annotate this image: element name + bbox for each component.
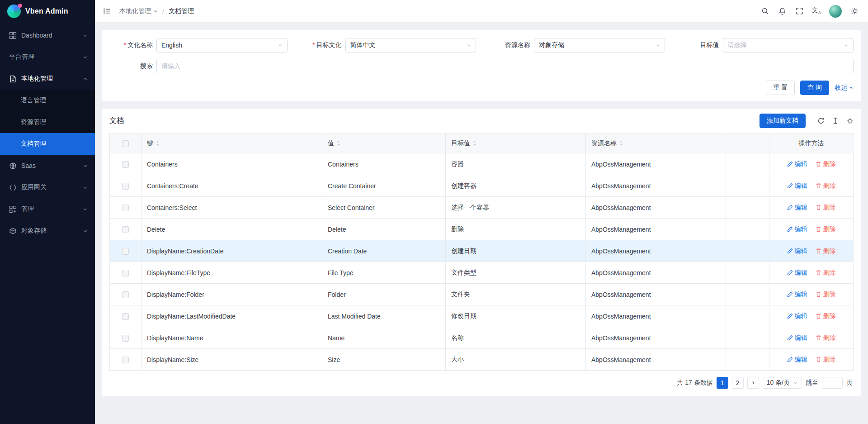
cell-spacer [726, 153, 769, 175]
delete-button[interactable]: 删除 [816, 312, 836, 320]
delete-label: 删除 [823, 225, 836, 233]
edit-button[interactable]: 编辑 [787, 269, 807, 277]
cell-resource-name: AbpOssManagement [586, 305, 726, 327]
sidebar-item-dashboard[interactable]: Dashboard [0, 24, 95, 46]
edit-button[interactable]: 编辑 [787, 312, 807, 320]
sidebar-item-management[interactable]: 管理 [0, 198, 95, 220]
edit-button[interactable]: 编辑 [787, 182, 807, 190]
trash-icon [816, 291, 821, 297]
sidebar-item-language-management[interactable]: 语言管理 [0, 90, 95, 111]
column-header-value[interactable]: 值 [322, 133, 446, 153]
translate-icon[interactable]: 文A [808, 3, 825, 19]
edit-button[interactable]: 编辑 [787, 247, 807, 255]
resource-name-select[interactable]: 对象存储 [534, 38, 665, 52]
row-checkbox[interactable] [122, 357, 129, 363]
edit-button[interactable]: 编辑 [787, 204, 807, 212]
search-icon[interactable] [757, 3, 773, 19]
app-logo[interactable]: Vben Admin [0, 0, 95, 23]
bell-icon[interactable] [774, 3, 790, 19]
refresh-icon[interactable] [817, 117, 825, 124]
jump-page-input[interactable] [822, 377, 843, 389]
row-checkbox[interactable] [122, 270, 129, 276]
row-checkbox[interactable] [122, 161, 129, 168]
row-checkbox[interactable] [122, 313, 129, 320]
trash-icon [816, 226, 821, 232]
cell-value: File Type [322, 262, 446, 284]
fullscreen-icon[interactable] [791, 3, 807, 19]
field-culture-name: *文化名称 English [109, 38, 288, 52]
edit-button[interactable]: 编辑 [787, 160, 807, 168]
cell-value: Containers [322, 153, 446, 175]
target-culture-select[interactable]: 简体中文 [345, 38, 476, 52]
row-checkbox[interactable] [122, 226, 129, 233]
edit-label: 编辑 [795, 204, 807, 212]
edit-label: 编辑 [795, 247, 807, 255]
edit-button[interactable]: 编辑 [787, 291, 807, 299]
next-page-button[interactable] [747, 377, 759, 389]
cell-resource-name: AbpOssManagement [586, 284, 726, 305]
cell-target-value: 文件夹 [446, 284, 586, 305]
target-value-select[interactable]: 请选择 [723, 38, 854, 52]
sidebar-item-label: 文档管理 [21, 140, 88, 148]
collapse-button[interactable]: 收起 [835, 84, 854, 92]
row-height-icon[interactable] [832, 117, 839, 124]
cell-target-value: 文件类型 [446, 262, 586, 284]
page-button-2[interactable]: 2 [732, 377, 744, 389]
page-button-1[interactable]: 1 [717, 377, 728, 389]
select-all-checkbox[interactable] [122, 140, 129, 147]
sidebar-item-label: 语言管理 [21, 96, 88, 105]
cell-value: Size [322, 349, 446, 371]
row-checkbox[interactable] [122, 248, 129, 255]
sidebar-menu: Dashboard 平台管理 本地化管理 语言管理 资源管理 [0, 23, 95, 424]
delete-button[interactable]: 删除 [816, 225, 836, 233]
page-size-select[interactable]: 10 条/页 [763, 377, 802, 389]
sidebar-collapse-button[interactable] [99, 3, 115, 19]
sidebar-item-document-management[interactable]: 文档管理 [0, 133, 95, 155]
column-header-resource-name[interactable]: 资源名称 [586, 133, 726, 153]
column-settings-icon[interactable] [846, 117, 854, 124]
cell-target-value: 创建日期 [446, 240, 586, 262]
column-header-target-value[interactable]: 目标值 [446, 133, 586, 153]
sidebar-item-localization[interactable]: 本地化管理 [0, 68, 95, 90]
delete-button[interactable]: 删除 [816, 204, 836, 212]
chevron-down-icon [83, 163, 88, 168]
row-checkbox[interactable] [122, 205, 129, 211]
reset-button[interactable]: 重 置 [766, 81, 795, 95]
breadcrumb: 本地化管理 / 文档管理 [119, 7, 194, 15]
settings-icon[interactable] [846, 3, 863, 19]
column-header-key[interactable]: 键 [142, 133, 322, 153]
sidebar-item-platform[interactable]: 平台管理 [0, 46, 95, 68]
column-header-actions: 操作方法 [769, 133, 854, 153]
required-asterisk: * [124, 41, 126, 48]
page-unit-label: 页 [846, 379, 853, 387]
edit-label: 编辑 [795, 291, 807, 299]
delete-button[interactable]: 删除 [816, 291, 836, 299]
avatar[interactable] [829, 5, 842, 18]
row-checkbox[interactable] [122, 291, 129, 298]
sidebar-item-saas[interactable]: Saas [0, 155, 95, 176]
delete-button[interactable]: 删除 [816, 356, 836, 364]
edit-button[interactable]: 编辑 [787, 334, 807, 342]
delete-button[interactable]: 删除 [816, 247, 836, 255]
row-checkbox[interactable] [122, 335, 129, 342]
sidebar-item-object-storage[interactable]: 对象存储 [0, 220, 95, 242]
delete-button[interactable]: 删除 [816, 269, 836, 277]
delete-button[interactable]: 删除 [816, 182, 836, 190]
edit-button[interactable]: 编辑 [787, 356, 807, 364]
search-input[interactable] [156, 59, 854, 73]
table-row: Containers:Select Select Container 选择一个容… [110, 197, 854, 219]
sidebar-item-gateway[interactable]: 应用网关 [0, 176, 95, 198]
breadcrumb-item-parent[interactable]: 本地化管理 [119, 7, 158, 15]
delete-button[interactable]: 删除 [816, 160, 836, 168]
cell-value: Last Modified Date [322, 305, 446, 327]
delete-button[interactable]: 删除 [816, 334, 836, 342]
culture-name-select[interactable]: English [156, 38, 288, 52]
trash-icon [816, 205, 821, 210]
row-checkbox[interactable] [122, 183, 129, 190]
add-document-button[interactable]: 添加新文档 [760, 114, 806, 128]
sidebar-item-label: Dashboard [21, 32, 83, 39]
edit-button[interactable]: 编辑 [787, 225, 807, 233]
sidebar-item-label: 资源管理 [21, 118, 88, 126]
query-button[interactable]: 查 询 [800, 81, 829, 95]
sidebar-item-resource-management[interactable]: 资源管理 [0, 111, 95, 133]
